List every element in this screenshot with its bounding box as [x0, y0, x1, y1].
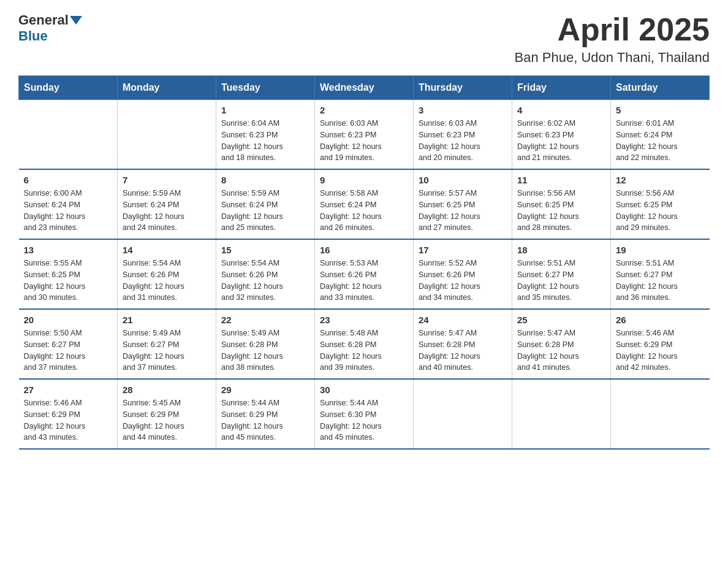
day-info: Sunrise: 6:02 AM Sunset: 6:23 PM Dayligh… — [517, 118, 605, 164]
location-title: Ban Phue, Udon Thani, Thailand — [515, 50, 710, 66]
calendar-cell: 10Sunrise: 5:57 AM Sunset: 6:25 PM Dayli… — [414, 169, 512, 239]
day-info: Sunrise: 5:56 AM Sunset: 6:25 PM Dayligh… — [616, 188, 705, 234]
day-info: Sunrise: 5:46 AM Sunset: 6:29 PM Dayligh… — [616, 327, 705, 373]
day-info: Sunrise: 5:50 AM Sunset: 6:27 PM Dayligh… — [24, 327, 113, 373]
calendar-cell: 23Sunrise: 5:48 AM Sunset: 6:28 PM Dayli… — [315, 309, 414, 379]
day-number: 15 — [221, 245, 309, 255]
calendar-week-row: 20Sunrise: 5:50 AM Sunset: 6:27 PM Dayli… — [19, 309, 710, 379]
calendar-cell — [19, 100, 118, 170]
calendar-cell: 21Sunrise: 5:49 AM Sunset: 6:27 PM Dayli… — [118, 309, 216, 379]
calendar-cell: 30Sunrise: 5:44 AM Sunset: 6:30 PM Dayli… — [315, 379, 414, 449]
calendar-cell: 19Sunrise: 5:51 AM Sunset: 6:27 PM Dayli… — [611, 239, 710, 309]
day-number: 2 — [320, 105, 408, 115]
day-info: Sunrise: 5:45 AM Sunset: 6:29 PM Dayligh… — [123, 397, 211, 443]
day-info: Sunrise: 5:57 AM Sunset: 6:25 PM Dayligh… — [419, 188, 507, 234]
header-thursday: Thursday — [414, 76, 512, 100]
calendar-cell — [512, 379, 611, 449]
logo-general-text: General — [18, 12, 69, 28]
day-info: Sunrise: 6:00 AM Sunset: 6:24 PM Dayligh… — [24, 188, 113, 234]
calendar-cell — [414, 379, 512, 449]
day-info: Sunrise: 5:47 AM Sunset: 6:28 PM Dayligh… — [419, 327, 507, 373]
calendar-cell: 15Sunrise: 5:54 AM Sunset: 6:26 PM Dayli… — [216, 239, 315, 309]
day-number: 30 — [320, 385, 408, 395]
calendar-cell: 13Sunrise: 5:55 AM Sunset: 6:25 PM Dayli… — [19, 239, 118, 309]
day-number: 6 — [24, 175, 113, 185]
day-number: 17 — [419, 245, 507, 255]
calendar-cell: 8Sunrise: 5:59 AM Sunset: 6:24 PM Daylig… — [216, 169, 315, 239]
calendar-cell: 18Sunrise: 5:51 AM Sunset: 6:27 PM Dayli… — [512, 239, 611, 309]
day-number: 16 — [320, 245, 408, 255]
calendar-table: SundayMondayTuesdayWednesdayThursdayFrid… — [18, 75, 710, 450]
calendar-cell: 11Sunrise: 5:56 AM Sunset: 6:25 PM Dayli… — [512, 169, 611, 239]
calendar-cell: 27Sunrise: 5:46 AM Sunset: 6:29 PM Dayli… — [19, 379, 118, 449]
day-info: Sunrise: 5:48 AM Sunset: 6:28 PM Dayligh… — [320, 327, 408, 373]
day-info: Sunrise: 5:59 AM Sunset: 6:24 PM Dayligh… — [123, 188, 211, 234]
day-number: 12 — [616, 175, 705, 185]
day-info: Sunrise: 5:51 AM Sunset: 6:27 PM Dayligh… — [616, 258, 705, 304]
day-number: 24 — [419, 315, 507, 325]
day-info: Sunrise: 5:55 AM Sunset: 6:25 PM Dayligh… — [24, 258, 113, 304]
day-number: 21 — [123, 315, 211, 325]
day-info: Sunrise: 5:58 AM Sunset: 6:24 PM Dayligh… — [320, 188, 408, 234]
day-number: 3 — [419, 105, 507, 115]
page-header: General Blue April 2025 Ban Phue, Udon T… — [18, 12, 710, 66]
logo: General Blue — [18, 12, 83, 44]
header-tuesday: Tuesday — [216, 76, 315, 100]
calendar-cell: 26Sunrise: 5:46 AM Sunset: 6:29 PM Dayli… — [611, 309, 710, 379]
day-info: Sunrise: 6:01 AM Sunset: 6:24 PM Dayligh… — [616, 118, 705, 164]
day-number: 23 — [320, 315, 408, 325]
header-friday: Friday — [512, 76, 611, 100]
day-info: Sunrise: 5:51 AM Sunset: 6:27 PM Dayligh… — [517, 258, 605, 304]
day-info: Sunrise: 5:49 AM Sunset: 6:28 PM Dayligh… — [221, 327, 309, 373]
calendar-header-row: SundayMondayTuesdayWednesdayThursdayFrid… — [19, 76, 710, 100]
day-info: Sunrise: 5:53 AM Sunset: 6:26 PM Dayligh… — [320, 258, 408, 304]
day-number: 26 — [616, 315, 705, 325]
day-info: Sunrise: 5:59 AM Sunset: 6:24 PM Dayligh… — [221, 188, 309, 234]
calendar-week-row: 27Sunrise: 5:46 AM Sunset: 6:29 PM Dayli… — [19, 379, 710, 449]
calendar-cell: 2Sunrise: 6:03 AM Sunset: 6:23 PM Daylig… — [315, 100, 414, 170]
calendar-cell: 16Sunrise: 5:53 AM Sunset: 6:26 PM Dayli… — [315, 239, 414, 309]
calendar-cell: 17Sunrise: 5:52 AM Sunset: 6:26 PM Dayli… — [414, 239, 512, 309]
title-area: April 2025 Ban Phue, Udon Thani, Thailan… — [515, 12, 710, 66]
day-number: 5 — [616, 105, 705, 115]
day-number: 1 — [221, 105, 309, 115]
day-info: Sunrise: 5:46 AM Sunset: 6:29 PM Dayligh… — [24, 397, 113, 443]
day-number: 29 — [221, 385, 309, 395]
day-info: Sunrise: 5:54 AM Sunset: 6:26 PM Dayligh… — [123, 258, 211, 304]
day-info: Sunrise: 6:03 AM Sunset: 6:23 PM Dayligh… — [419, 118, 507, 164]
calendar-cell: 9Sunrise: 5:58 AM Sunset: 6:24 PM Daylig… — [315, 169, 414, 239]
calendar-cell: 20Sunrise: 5:50 AM Sunset: 6:27 PM Dayli… — [19, 309, 118, 379]
day-number: 25 — [517, 315, 605, 325]
month-title: April 2025 — [515, 12, 710, 47]
logo-blue-text: Blue — [18, 28, 48, 44]
calendar-week-row: 6Sunrise: 6:00 AM Sunset: 6:24 PM Daylig… — [19, 169, 710, 239]
day-number: 8 — [221, 175, 309, 185]
day-number: 13 — [24, 245, 113, 255]
calendar-cell: 12Sunrise: 5:56 AM Sunset: 6:25 PM Dayli… — [611, 169, 710, 239]
day-number: 28 — [123, 385, 211, 395]
day-info: Sunrise: 5:44 AM Sunset: 6:30 PM Dayligh… — [320, 397, 408, 443]
header-monday: Monday — [118, 76, 216, 100]
day-info: Sunrise: 5:49 AM Sunset: 6:27 PM Dayligh… — [123, 327, 211, 373]
day-info: Sunrise: 6:04 AM Sunset: 6:23 PM Dayligh… — [221, 118, 309, 164]
calendar-cell — [611, 379, 710, 449]
calendar-cell: 14Sunrise: 5:54 AM Sunset: 6:26 PM Dayli… — [118, 239, 216, 309]
calendar-cell: 24Sunrise: 5:47 AM Sunset: 6:28 PM Dayli… — [414, 309, 512, 379]
day-number: 20 — [24, 315, 113, 325]
day-number: 7 — [123, 175, 211, 185]
calendar-cell: 1Sunrise: 6:04 AM Sunset: 6:23 PM Daylig… — [216, 100, 315, 170]
day-number: 9 — [320, 175, 408, 185]
day-number: 18 — [517, 245, 605, 255]
day-number: 19 — [616, 245, 705, 255]
calendar-cell: 22Sunrise: 5:49 AM Sunset: 6:28 PM Dayli… — [216, 309, 315, 379]
day-number: 4 — [517, 105, 605, 115]
header-sunday: Sunday — [19, 76, 118, 100]
header-saturday: Saturday — [611, 76, 710, 100]
calendar-cell: 25Sunrise: 5:47 AM Sunset: 6:28 PM Dayli… — [512, 309, 611, 379]
day-info: Sunrise: 5:56 AM Sunset: 6:25 PM Dayligh… — [517, 188, 605, 234]
calendar-cell: 29Sunrise: 5:44 AM Sunset: 6:29 PM Dayli… — [216, 379, 315, 449]
day-number: 10 — [419, 175, 507, 185]
day-number: 11 — [517, 175, 605, 185]
calendar-week-row: 1Sunrise: 6:04 AM Sunset: 6:23 PM Daylig… — [19, 100, 710, 170]
calendar-cell: 7Sunrise: 5:59 AM Sunset: 6:24 PM Daylig… — [118, 169, 216, 239]
